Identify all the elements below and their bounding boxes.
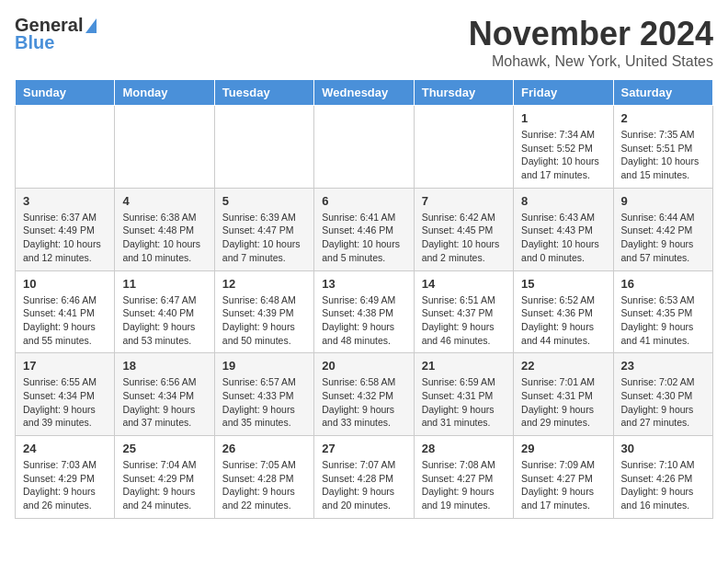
calendar-cell: 14Sunrise: 6:51 AM Sunset: 4:37 PM Dayli…: [414, 270, 513, 353]
calendar-table: SundayMondayTuesdayWednesdayThursdayFrid…: [15, 79, 713, 519]
calendar-cell: 4Sunrise: 6:38 AM Sunset: 4:48 PM Daylig…: [115, 188, 214, 270]
location: Mohawk, New York, United States: [469, 53, 713, 70]
day-info: Sunrise: 7:10 AM Sunset: 4:26 PM Dayligh…: [621, 458, 705, 512]
calendar-cell: [314, 106, 414, 189]
day-number: 13: [322, 277, 405, 291]
calendar-cell: 24Sunrise: 7:03 AM Sunset: 4:29 PM Dayli…: [16, 436, 115, 519]
day-info: Sunrise: 7:03 AM Sunset: 4:29 PM Dayligh…: [23, 458, 107, 512]
weekday-header-wednesday: Wednesday: [314, 80, 414, 106]
calendar-cell: 9Sunrise: 6:44 AM Sunset: 4:42 PM Daylig…: [613, 188, 712, 270]
calendar-cell: [414, 106, 513, 189]
weekday-header-sunday: Sunday: [16, 80, 115, 106]
calendar-cell: 17Sunrise: 6:55 AM Sunset: 4:34 PM Dayli…: [16, 353, 115, 436]
day-number: 9: [621, 194, 705, 208]
day-number: 19: [222, 359, 306, 373]
day-info: Sunrise: 6:43 AM Sunset: 4:43 PM Dayligh…: [521, 211, 605, 265]
day-number: 1: [521, 111, 605, 125]
day-number: 29: [521, 442, 605, 455]
calendar-cell: 29Sunrise: 7:09 AM Sunset: 4:27 PM Dayli…: [514, 436, 613, 519]
calendar-cell: 18Sunrise: 6:56 AM Sunset: 4:34 PM Dayli…: [115, 353, 214, 436]
calendar-cell: [214, 106, 313, 189]
day-number: 30: [621, 442, 705, 455]
day-info: Sunrise: 7:02 AM Sunset: 4:30 PM Dayligh…: [621, 375, 705, 430]
calendar-cell: 25Sunrise: 7:04 AM Sunset: 4:29 PM Dayli…: [115, 436, 214, 519]
day-number: 17: [23, 359, 107, 373]
calendar-cell: 11Sunrise: 6:47 AM Sunset: 4:40 PM Dayli…: [115, 270, 214, 353]
calendar-cell: 28Sunrise: 7:08 AM Sunset: 4:27 PM Dayli…: [414, 436, 513, 519]
day-info: Sunrise: 7:01 AM Sunset: 4:31 PM Dayligh…: [521, 375, 605, 430]
weekday-header-tuesday: Tuesday: [214, 80, 313, 106]
day-number: 24: [23, 442, 107, 455]
day-info: Sunrise: 6:37 AM Sunset: 4:49 PM Dayligh…: [23, 211, 107, 265]
title-block: November 2024 Mohawk, New York, United S…: [469, 15, 713, 70]
day-info: Sunrise: 7:08 AM Sunset: 4:27 PM Dayligh…: [422, 458, 506, 512]
day-number: 26: [222, 442, 306, 455]
day-number: 6: [322, 194, 405, 208]
day-info: Sunrise: 6:55 AM Sunset: 4:34 PM Dayligh…: [23, 375, 107, 430]
day-number: 12: [222, 277, 306, 291]
day-info: Sunrise: 6:42 AM Sunset: 4:45 PM Dayligh…: [422, 211, 506, 265]
day-number: 3: [23, 194, 107, 208]
day-number: 8: [521, 194, 605, 208]
day-info: Sunrise: 6:39 AM Sunset: 4:47 PM Dayligh…: [222, 211, 306, 265]
calendar-cell: 27Sunrise: 7:07 AM Sunset: 4:28 PM Dayli…: [314, 436, 414, 519]
day-info: Sunrise: 7:07 AM Sunset: 4:28 PM Dayligh…: [322, 458, 405, 512]
day-number: 5: [222, 194, 306, 208]
day-number: 22: [521, 359, 605, 373]
day-info: Sunrise: 7:05 AM Sunset: 4:28 PM Dayligh…: [222, 458, 306, 512]
day-info: Sunrise: 7:09 AM Sunset: 4:27 PM Dayligh…: [521, 458, 605, 512]
day-info: Sunrise: 6:47 AM Sunset: 4:40 PM Dayligh…: [122, 293, 206, 348]
month-title: November 2024: [469, 15, 713, 53]
calendar-cell: 1Sunrise: 7:34 AM Sunset: 5:52 PM Daylig…: [514, 106, 613, 189]
day-info: Sunrise: 7:34 AM Sunset: 5:52 PM Dayligh…: [521, 128, 605, 182]
day-info: Sunrise: 6:41 AM Sunset: 4:46 PM Dayligh…: [322, 211, 405, 265]
page-header: General Blue November 2024 Mohawk, New Y…: [15, 15, 713, 70]
calendar-cell: 30Sunrise: 7:10 AM Sunset: 4:26 PM Dayli…: [613, 436, 712, 519]
calendar-cell: 12Sunrise: 6:48 AM Sunset: 4:39 PM Dayli…: [214, 270, 313, 353]
weekday-header-monday: Monday: [115, 80, 214, 106]
day-number: 23: [621, 359, 705, 373]
calendar-cell: 7Sunrise: 6:42 AM Sunset: 4:45 PM Daylig…: [414, 188, 513, 270]
day-info: Sunrise: 6:38 AM Sunset: 4:48 PM Dayligh…: [122, 211, 206, 265]
day-info: Sunrise: 6:58 AM Sunset: 4:32 PM Dayligh…: [322, 375, 405, 430]
calendar-week-3: 10Sunrise: 6:46 AM Sunset: 4:41 PM Dayli…: [16, 270, 713, 353]
calendar-cell: 20Sunrise: 6:58 AM Sunset: 4:32 PM Dayli…: [314, 353, 414, 436]
logo-triangle-icon: [85, 18, 97, 33]
weekday-header-friday: Friday: [514, 80, 613, 106]
calendar-cell: 19Sunrise: 6:57 AM Sunset: 4:33 PM Dayli…: [214, 353, 313, 436]
day-info: Sunrise: 7:04 AM Sunset: 4:29 PM Dayligh…: [122, 458, 206, 512]
calendar-cell: 26Sunrise: 7:05 AM Sunset: 4:28 PM Dayli…: [214, 436, 313, 519]
calendar-cell: 5Sunrise: 6:39 AM Sunset: 4:47 PM Daylig…: [214, 188, 313, 270]
day-info: Sunrise: 6:56 AM Sunset: 4:34 PM Dayligh…: [122, 375, 206, 430]
day-info: Sunrise: 6:44 AM Sunset: 4:42 PM Dayligh…: [621, 211, 705, 265]
calendar-cell: 10Sunrise: 6:46 AM Sunset: 4:41 PM Dayli…: [16, 270, 115, 353]
day-info: Sunrise: 6:51 AM Sunset: 4:37 PM Dayligh…: [422, 293, 506, 348]
weekday-header-thursday: Thursday: [414, 80, 513, 106]
day-number: 11: [122, 277, 206, 291]
logo: General Blue: [15, 15, 97, 53]
day-info: Sunrise: 6:53 AM Sunset: 4:35 PM Dayligh…: [621, 293, 705, 348]
weekday-header-saturday: Saturday: [613, 80, 712, 106]
calendar-week-2: 3Sunrise: 6:37 AM Sunset: 4:49 PM Daylig…: [16, 188, 713, 270]
calendar-cell: 6Sunrise: 6:41 AM Sunset: 4:46 PM Daylig…: [314, 188, 414, 270]
day-info: Sunrise: 6:57 AM Sunset: 4:33 PM Dayligh…: [222, 375, 306, 430]
calendar-cell: 22Sunrise: 7:01 AM Sunset: 4:31 PM Dayli…: [514, 353, 613, 436]
day-info: Sunrise: 6:52 AM Sunset: 4:36 PM Dayligh…: [521, 293, 605, 348]
logo-blue: Blue: [15, 32, 54, 53]
calendar-week-4: 17Sunrise: 6:55 AM Sunset: 4:34 PM Dayli…: [16, 353, 713, 436]
calendar-cell: 15Sunrise: 6:52 AM Sunset: 4:36 PM Dayli…: [514, 270, 613, 353]
day-info: Sunrise: 7:35 AM Sunset: 5:51 PM Dayligh…: [621, 128, 705, 182]
day-info: Sunrise: 6:48 AM Sunset: 4:39 PM Dayligh…: [222, 293, 306, 348]
calendar-cell: 2Sunrise: 7:35 AM Sunset: 5:51 PM Daylig…: [613, 106, 712, 189]
day-number: 2: [621, 111, 705, 125]
calendar-week-1: 1Sunrise: 7:34 AM Sunset: 5:52 PM Daylig…: [16, 106, 713, 189]
calendar-header-row: SundayMondayTuesdayWednesdayThursdayFrid…: [16, 80, 713, 106]
day-number: 16: [621, 277, 705, 291]
day-number: 14: [422, 277, 506, 291]
calendar-cell: 16Sunrise: 6:53 AM Sunset: 4:35 PM Dayli…: [613, 270, 712, 353]
day-number: 15: [521, 277, 605, 291]
calendar-cell: 8Sunrise: 6:43 AM Sunset: 4:43 PM Daylig…: [514, 188, 613, 270]
calendar-cell: [115, 106, 214, 189]
day-number: 21: [422, 359, 506, 373]
day-info: Sunrise: 6:59 AM Sunset: 4:31 PM Dayligh…: [422, 375, 506, 430]
